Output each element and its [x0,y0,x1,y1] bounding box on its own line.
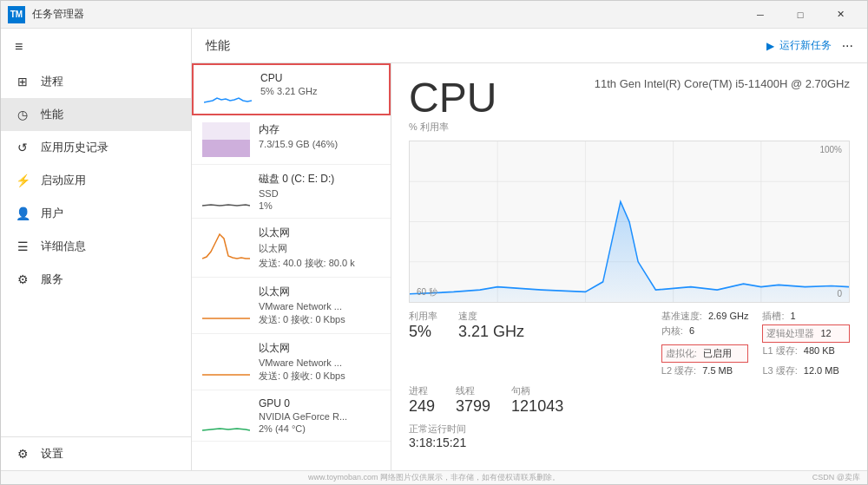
sidebar-item-services[interactable]: ⚙ 服务 [1,263,191,296]
l2-label: L2 缓存: [661,365,696,376]
stat-thread: 线程 3799 [456,384,490,416]
sidebar-item-details[interactable]: ☰ 详细信息 [1,230,191,263]
uptime-label: 正常运行时间 [409,423,466,436]
sidebar-item-performance[interactable]: ◷ 性能 [1,98,191,131]
sockets-value: 1 [791,311,796,321]
more-button[interactable]: ··· [842,38,853,54]
thread-label: 线程 [456,384,490,397]
watermark-bar: www.toymoban.com 网络图片仅供展示，非存储，如有侵权请联系删除。… [1,470,867,484]
spec-l1: L1 缓存: 480 KB [762,344,850,363]
run-task-button[interactable]: ▶ 运行新任务 [766,38,832,53]
virt-value: 已启用 [703,348,732,358]
stat-process: 进程 249 [409,384,435,416]
sidebar-bottom: ⚙ 设置 [1,436,191,470]
cpu-mini-chart [204,72,252,107]
sidebar-item-label-settings: 设置 [41,446,63,462]
cpu-chart-svg [410,141,849,302]
sidebar-item-label-details: 详细信息 [41,239,86,254]
main-header: 性能 ▶ 运行新任务 ··· [192,29,867,63]
specs-grid: 基准速度: 2.69 GHz 插槽: 1 内核: 6 [661,310,850,377]
spec-sockets: 插槽: 1 [762,310,850,323]
cpu-chart: 100% 0 60 秒 [409,141,850,303]
perf-item-ethernet3[interactable]: 以太网 VMware Network ... 发送: 0 接收: 0 Kbps [192,334,391,390]
sidebar-item-label-users: 用户 [41,206,63,221]
performance-icon: ◷ [15,107,30,122]
spec-base-speed: 基准速度: 2.69 GHz [661,310,749,323]
ethernet2-value1: VMware Network ... [259,301,380,311]
content-area: ≡ ⊞ 进程 ◷ 性能 ↺ 应用历史记录 ⚡ 启动应用 👤 用户 [1,29,867,470]
gpu-name: GPU 0 [259,397,380,410]
process-icon: ⊞ [15,74,30,89]
main-window: TM 任务管理器 ─ □ ✕ ≡ ⊞ 进程 ◷ 性能 ↺ 应用历史记录 [0,0,868,485]
util-rate-label: % 利用率 [409,121,496,134]
spec-virt: 虚拟化: 已启用 [661,344,749,363]
ethernet2-mini-chart [202,285,250,319]
ethernet1-mini-chart [202,226,250,260]
perf-item-disk[interactable]: 磁盘 0 (C: E: D:) SSD 1% [192,165,391,219]
sidebar: ≡ ⊞ 进程 ◷ 性能 ↺ 应用历史记录 ⚡ 启动应用 👤 用户 [1,29,192,470]
performance-sidebar: CPU 5% 3.21 GHz 内存 [192,63,391,470]
handle-value: 121043 [511,397,563,416]
memory-value: 7.3/15.9 GB (46%) [259,139,380,149]
sidebar-item-startup[interactable]: ⚡ 启动应用 [1,164,191,197]
logical-value: 12 [820,328,831,338]
gpu-mini-chart [202,397,250,432]
logical-label: 逻辑处理器 [766,328,814,338]
spec-cores: 内核: 6 [661,324,749,343]
app-history-icon: ↺ [15,140,30,155]
sidebar-item-process[interactable]: ⊞ 进程 [1,65,191,98]
stats-row-2: 进程 249 线程 3799 句柄 121043 [409,384,850,416]
l1-value: 480 KB [804,345,835,356]
sidebar-item-label-performance: 性能 [41,107,63,122]
svg-rect-1 [202,140,250,157]
thread-value: 3799 [456,397,490,416]
cores-label: 内核: [661,325,683,336]
stat-utilization: 利用率 5% [409,310,437,377]
handle-label: 句柄 [511,384,563,397]
memory-info: 内存 7.3/15.9 GB (46%) [259,122,380,149]
detail-header: CPU % 利用率 11th Gen Intel(R) Core(TM) i5-… [409,77,850,134]
sidebar-item-label-services: 服务 [41,272,63,287]
hamburger-button[interactable]: ≡ [1,29,191,65]
sidebar-item-users[interactable]: 👤 用户 [1,197,191,230]
perf-item-gpu[interactable]: GPU 0 NVIDIA GeForce R... 2% (44 °C) [192,390,391,442]
detail-cpu-title: CPU [409,77,496,119]
util-value: 5% [409,323,437,341]
services-icon: ⚙ [15,272,30,287]
chart-max-label: 100% [819,145,842,154]
l3-value: 12.0 MB [804,365,839,376]
cpu-value: 5% 3.21 GHz [260,86,378,96]
cores-value: 6 [689,325,694,336]
perf-item-ethernet2[interactable]: 以太网 VMware Network ... 发送: 0 接收: 0 Kbps [192,278,391,334]
stats-row-1: 利用率 5% 速度 3.21 GHz 基准速度: [409,310,850,377]
startup-icon: ⚡ [15,173,30,188]
run-task-icon: ▶ [766,40,774,52]
window-title: 任务管理器 [32,7,740,22]
stat-uptime: 正常运行时间 3:18:15:21 [409,423,466,449]
memory-name: 内存 [259,122,380,137]
virt-label: 虚拟化: [666,348,697,358]
main-body: CPU 5% 3.21 GHz 内存 [192,63,867,470]
run-task-label: 运行新任务 [779,38,832,53]
close-button[interactable]: ✕ [820,1,860,29]
sidebar-item-label-app-history: 应用历史记录 [41,140,108,155]
minimize-button[interactable]: ─ [740,1,780,29]
spec-l2: L2 缓存: 7.5 MB [661,364,749,377]
cpu-full-name: 11th Gen Intel(R) Core(TM) i5-11400H @ 2… [595,77,850,90]
spec-logical: 逻辑处理器 12 [762,324,850,343]
maximize-button[interactable]: □ [780,1,820,29]
sidebar-item-label-startup: 启动应用 [41,173,86,188]
perf-item-memory[interactable]: 内存 7.3/15.9 GB (46%) [192,115,391,165]
disk-value1: SSD [259,188,380,199]
base-speed-label: 基准速度: [661,311,702,321]
ethernet2-value2: 发送: 0 接收: 0 Kbps [259,313,380,326]
speed-value: 3.21 GHz [458,323,524,341]
ethernet1-info: 以太网 以太网 发送: 40.0 接收: 80.0 k [259,226,380,270]
ethernet1-value1: 以太网 [259,242,380,255]
window-controls: ─ □ ✕ [740,1,860,29]
perf-item-ethernet1[interactable]: 以太网 以太网 发送: 40.0 接收: 80.0 k [192,219,391,278]
perf-item-cpu[interactable]: CPU 5% 3.21 GHz [192,63,391,115]
sidebar-item-app-history[interactable]: ↺ 应用历史记录 [1,131,191,164]
detail-cpu-label-block: CPU % 利用率 [409,77,496,134]
sidebar-item-settings[interactable]: ⚙ 设置 [1,437,191,470]
